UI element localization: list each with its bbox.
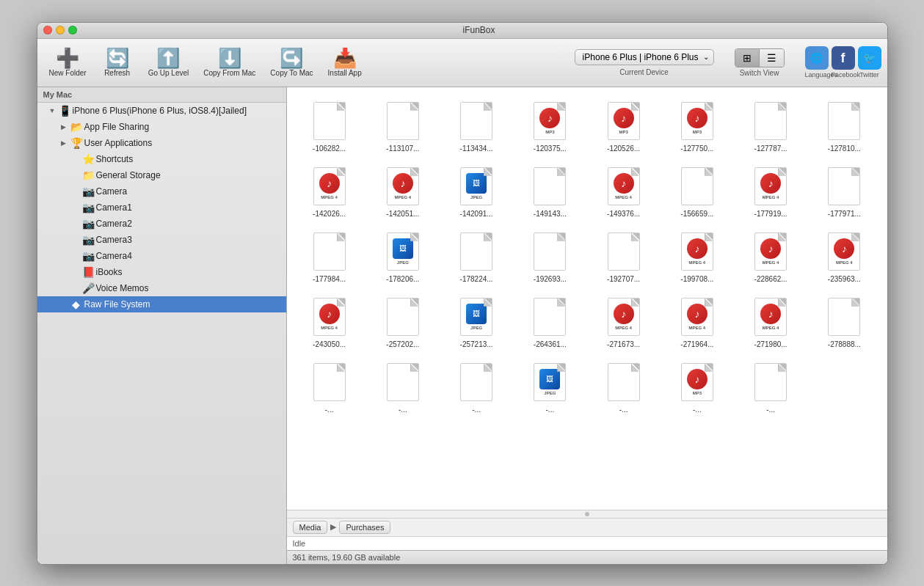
music-icon: ♪	[687, 238, 707, 259]
file-name: -177971...	[818, 210, 870, 218]
file-item[interactable]: -127787...	[735, 95, 806, 157]
go-up-label: Go Up Level	[148, 69, 189, 77]
file-page	[387, 363, 419, 401]
file-item[interactable]: -106282...	[294, 95, 365, 157]
file-corner	[779, 364, 786, 370]
file-item[interactable]: 🖼JPEG-257213...	[441, 290, 512, 353]
file-item[interactable]: -113107...	[368, 95, 438, 157]
file-item[interactable]: ♪MPEG 4-228662...	[735, 225, 806, 287]
sidebar-item-voice-memos[interactable]: 🎤Voice Memos	[37, 280, 286, 296]
sidebar-item-general-storage[interactable]: 📁General Storage	[37, 167, 286, 183]
sidebar-item-app-file-sharing[interactable]: ▶📂App File Sharing	[37, 119, 286, 135]
grid-view-button[interactable]: ⊞	[735, 49, 760, 67]
install-app-button[interactable]: 📥 Install App	[322, 45, 368, 80]
file-item[interactable]: ♪MPEG 4-235963...	[809, 225, 879, 287]
file-item[interactable]: ♪MPEG 4-177919...	[735, 160, 806, 222]
file-item[interactable]: -192707...	[589, 225, 659, 287]
sidebar-item-camera4[interactable]: 📷Camera4	[37, 248, 286, 264]
file-item[interactable]: -264361...	[514, 290, 585, 353]
file-page	[754, 363, 787, 401]
file-item[interactable]: -177971...	[809, 160, 879, 222]
languages-button[interactable]: 🌐	[805, 46, 829, 70]
file-item[interactable]: ♪MP3-120375...	[514, 95, 585, 157]
file-item[interactable]: ♪MPEG 4-149376...	[589, 160, 659, 222]
file-item[interactable]: -178224...	[441, 225, 512, 287]
file-corner	[706, 299, 713, 305]
file-item[interactable]: -156659...	[662, 160, 732, 222]
file-item[interactable]: 🖼JPEG-142091...	[441, 160, 512, 222]
file-corner	[779, 299, 786, 305]
copy-from-mac-button[interactable]: ⬇️ Copy From Mac	[197, 45, 261, 80]
file-corner	[485, 168, 492, 175]
file-icon-wrap: ♪MPEG 4	[603, 164, 644, 208]
list-view-button[interactable]: ☰	[760, 49, 784, 67]
file-item[interactable]: ♪MPEG 4-142051...	[368, 160, 438, 222]
item-label: Camera1	[96, 202, 132, 213]
file-item[interactable]: -127810...	[809, 95, 879, 157]
new-folder-button[interactable]: ➕ New Folder	[43, 45, 92, 80]
item-icon: 📱	[59, 105, 70, 117]
sidebar-item-ibooks[interactable]: 📕iBooks	[37, 264, 286, 280]
file-page: ♪MPEG 4	[681, 298, 713, 336]
file-page	[460, 102, 492, 140]
file-name: -127750...	[672, 144, 723, 153]
sidebar-item-user-apps[interactable]: ▶🏆User Applications	[37, 135, 286, 151]
maximize-button[interactable]	[68, 26, 77, 34]
file-item[interactable]: -149143...	[514, 160, 585, 222]
file-item[interactable]: -278888...	[809, 290, 879, 353]
file-page: ♪MPEG 4	[754, 167, 787, 205]
sidebar-item-iphone[interactable]: ▼📱iPhone 6 Plus(iPhone 6 Plus, iOS8.4)[J…	[37, 103, 286, 119]
file-item[interactable]: -...	[735, 356, 806, 418]
file-item[interactable]: -...	[441, 356, 512, 418]
sidebar-item-camera1[interactable]: 📷Camera1	[37, 199, 286, 216]
file-name: -192693...	[524, 275, 575, 283]
file-item[interactable]: ♪MPEG 4-271980...	[735, 290, 806, 353]
file-item[interactable]: 🖼JPEG-178206...	[368, 225, 438, 287]
file-item[interactable]: ♪MPEG 4-199708...	[662, 225, 732, 287]
sidebar-item-camera3[interactable]: 📷Camera3	[37, 232, 286, 248]
minimize-button[interactable]	[56, 26, 65, 34]
refresh-button[interactable]: 🔄 Refresh	[95, 45, 139, 80]
file-item[interactable]: ♪MPEG 4-271964...	[662, 290, 732, 353]
file-item[interactable]: -...	[589, 356, 659, 418]
file-item[interactable]: ♪MP3-...	[662, 356, 732, 418]
file-name: -...	[524, 406, 575, 414]
music-icon: ♪	[319, 304, 340, 324]
breadcrumb-item-purchases[interactable]: Purchases	[339, 521, 390, 534]
sidebar-item-raw-fs[interactable]: ◆Raw File System	[37, 296, 286, 312]
music-icon: ♪	[393, 173, 413, 194]
music-icon: ♪	[614, 108, 634, 128]
file-item[interactable]: ♪MPEG 4-142026...	[294, 160, 365, 222]
file-type-badge: MPEG 4	[321, 195, 338, 199]
file-page: ♪MPEG 4	[608, 167, 640, 205]
file-area: -106282...-113107...-113434...♪MP3-12037…	[287, 87, 887, 564]
file-item[interactable]: -192693...	[514, 225, 585, 287]
install-app-icon: 📥	[333, 48, 357, 67]
file-item[interactable]: ♪MP3-120526...	[589, 95, 659, 157]
sidebar-item-shortcuts[interactable]: ⭐Shortcuts	[37, 151, 286, 167]
close-button[interactable]	[43, 26, 52, 34]
file-type-badge: MPEG 4	[615, 195, 632, 199]
facebook-button[interactable]: f	[832, 46, 855, 70]
twitter-button[interactable]: 🐦	[858, 46, 881, 70]
breadcrumb-item-media[interactable]: Media	[293, 521, 328, 534]
file-corner	[559, 168, 565, 175]
device-dropdown[interactable]: iPhone 6 Plus | iPhone 6 Plus	[575, 49, 714, 65]
go-up-button[interactable]: ⬆️ Go Up Level	[142, 45, 195, 80]
file-item[interactable]: -177984...	[294, 225, 365, 287]
file-item[interactable]: 🖼JPEG-...	[514, 356, 585, 418]
file-item[interactable]: ♪MPEG 4-271673...	[589, 290, 659, 353]
twitter-label: Twitter	[858, 71, 881, 78]
file-item[interactable]: -...	[368, 356, 438, 418]
file-page	[387, 298, 419, 336]
file-item[interactable]: -...	[294, 356, 365, 418]
file-item[interactable]: -257202...	[368, 290, 438, 353]
music-icon: ♪	[760, 238, 781, 259]
file-item[interactable]: -113434...	[441, 95, 512, 157]
file-item[interactable]: ♪MPEG 4-243050...	[294, 290, 365, 353]
file-item[interactable]: ♪MP3-127750...	[662, 95, 732, 157]
copy-to-mac-button[interactable]: ↪️ Copy To Mac	[264, 45, 319, 80]
music-icon: ♪	[614, 304, 634, 324]
sidebar-item-camera2[interactable]: 📷Camera2	[37, 216, 286, 232]
sidebar-item-camera[interactable]: 📷Camera	[37, 183, 286, 199]
